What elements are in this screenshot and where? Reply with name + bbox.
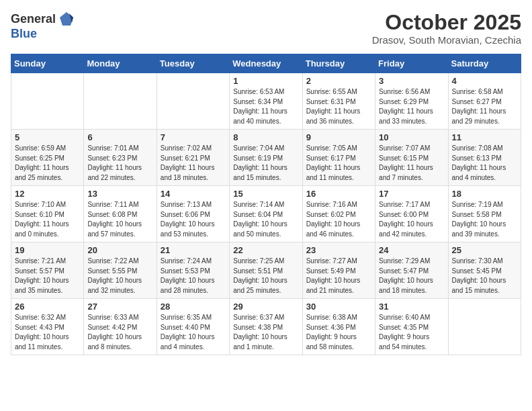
- logo-general: General: [11, 12, 56, 26]
- day-number: 27: [87, 302, 152, 312]
- day-number: 15: [233, 189, 298, 199]
- day-info: Sunrise: 6:58 AM Sunset: 6:27 PM Dayligh…: [452, 87, 517, 126]
- calendar-cell: 1Sunrise: 6:53 AM Sunset: 6:34 PM Daylig…: [230, 73, 302, 130]
- logo-icon: [58, 11, 75, 27]
- day-number: 5: [15, 132, 80, 142]
- logo-blue: Blue: [11, 27, 37, 40]
- calendar-cell: 16Sunrise: 7:16 AM Sunset: 6:02 PM Dayli…: [302, 186, 375, 242]
- day-number: 12: [15, 189, 80, 199]
- calendar-cell: 23Sunrise: 7:27 AM Sunset: 5:49 PM Dayli…: [302, 242, 375, 299]
- month-title: October 2025: [372, 11, 521, 34]
- calendar-cell: 5Sunrise: 6:59 AM Sunset: 6:25 PM Daylig…: [11, 130, 84, 186]
- calendar-cell: 8Sunrise: 7:04 AM Sunset: 6:19 PM Daylig…: [230, 130, 302, 186]
- day-number: 4: [452, 76, 517, 86]
- day-number: 6: [87, 132, 152, 142]
- calendar-cell: 10Sunrise: 7:07 AM Sunset: 6:15 PM Dayli…: [375, 130, 448, 186]
- day-info: Sunrise: 6:35 AM Sunset: 4:40 PM Dayligh…: [161, 313, 226, 352]
- weekday-header-thursday: Thursday: [302, 54, 375, 73]
- day-number: 29: [233, 302, 298, 312]
- day-number: 1: [233, 76, 298, 86]
- weekday-header-monday: Monday: [84, 54, 157, 73]
- day-number: 31: [379, 302, 444, 312]
- calendar-cell: 3Sunrise: 6:56 AM Sunset: 6:29 PM Daylig…: [375, 73, 448, 130]
- calendar-cell: 28Sunrise: 6:35 AM Sunset: 4:40 PM Dayli…: [157, 299, 229, 355]
- day-number: 14: [161, 189, 226, 199]
- day-info: Sunrise: 7:05 AM Sunset: 6:17 PM Dayligh…: [306, 144, 371, 183]
- day-info: Sunrise: 7:07 AM Sunset: 6:15 PM Dayligh…: [379, 144, 444, 183]
- calendar-cell: 15Sunrise: 7:14 AM Sunset: 6:04 PM Dayli…: [230, 186, 302, 242]
- day-number: 20: [87, 245, 152, 255]
- calendar-cell: 17Sunrise: 7:17 AM Sunset: 6:00 PM Dayli…: [375, 186, 448, 242]
- calendar-cell: 7Sunrise: 7:02 AM Sunset: 6:21 PM Daylig…: [157, 130, 229, 186]
- day-info: Sunrise: 7:29 AM Sunset: 5:47 PM Dayligh…: [379, 257, 444, 295]
- day-info: Sunrise: 7:22 AM Sunset: 5:55 PM Dayligh…: [87, 257, 152, 295]
- calendar-cell: [448, 299, 521, 355]
- day-info: Sunrise: 6:38 AM Sunset: 4:36 PM Dayligh…: [306, 313, 371, 352]
- day-info: Sunrise: 6:37 AM Sunset: 4:38 PM Dayligh…: [233, 313, 298, 352]
- week-row-5: 26Sunrise: 6:32 AM Sunset: 4:43 PM Dayli…: [11, 299, 521, 355]
- calendar-cell: 30Sunrise: 6:38 AM Sunset: 4:36 PM Dayli…: [302, 299, 375, 355]
- day-number: 23: [306, 245, 371, 255]
- weekday-header-saturday: Saturday: [448, 54, 521, 73]
- calendar-cell: 25Sunrise: 7:30 AM Sunset: 5:45 PM Dayli…: [448, 242, 521, 299]
- title-area: October 2025 Drasov, South Moravian, Cze…: [372, 11, 521, 46]
- day-info: Sunrise: 7:30 AM Sunset: 5:45 PM Dayligh…: [452, 257, 517, 295]
- day-info: Sunrise: 7:25 AM Sunset: 5:51 PM Dayligh…: [233, 257, 298, 295]
- weekday-header-wednesday: Wednesday: [230, 54, 302, 73]
- weekday-header-sunday: Sunday: [11, 54, 84, 73]
- day-number: 13: [87, 189, 152, 199]
- calendar-cell: 24Sunrise: 7:29 AM Sunset: 5:47 PM Dayli…: [375, 242, 448, 299]
- calendar-cell: 20Sunrise: 7:22 AM Sunset: 5:55 PM Dayli…: [84, 242, 157, 299]
- day-info: Sunrise: 7:02 AM Sunset: 6:21 PM Dayligh…: [161, 144, 226, 183]
- day-info: Sunrise: 7:19 AM Sunset: 5:58 PM Dayligh…: [452, 200, 517, 239]
- day-number: 16: [306, 189, 371, 199]
- day-info: Sunrise: 7:13 AM Sunset: 6:06 PM Dayligh…: [161, 200, 226, 239]
- calendar-cell: 22Sunrise: 7:25 AM Sunset: 5:51 PM Dayli…: [230, 242, 302, 299]
- calendar-cell: [84, 73, 157, 130]
- weekday-header-row: SundayMondayTuesdayWednesdayThursdayFrid…: [11, 54, 521, 73]
- calendar-cell: [157, 73, 229, 130]
- day-info: Sunrise: 7:24 AM Sunset: 5:53 PM Dayligh…: [161, 257, 226, 295]
- calendar-cell: 31Sunrise: 6:40 AM Sunset: 4:35 PM Dayli…: [375, 299, 448, 355]
- weekday-header-tuesday: Tuesday: [157, 54, 229, 73]
- day-number: 11: [452, 132, 517, 142]
- day-info: Sunrise: 6:33 AM Sunset: 4:42 PM Dayligh…: [87, 313, 152, 352]
- weekday-header-friday: Friday: [375, 54, 448, 73]
- day-info: Sunrise: 6:59 AM Sunset: 6:25 PM Dayligh…: [15, 144, 80, 183]
- day-info: Sunrise: 6:32 AM Sunset: 4:43 PM Dayligh…: [15, 313, 80, 352]
- day-number: 8: [233, 132, 298, 142]
- calendar-cell: 26Sunrise: 6:32 AM Sunset: 4:43 PM Dayli…: [11, 299, 84, 355]
- calendar-cell: 19Sunrise: 7:21 AM Sunset: 5:57 PM Dayli…: [11, 242, 84, 299]
- day-info: Sunrise: 7:04 AM Sunset: 6:19 PM Dayligh…: [233, 144, 298, 183]
- day-info: Sunrise: 7:17 AM Sunset: 6:00 PM Dayligh…: [379, 200, 444, 239]
- day-info: Sunrise: 7:14 AM Sunset: 6:04 PM Dayligh…: [233, 200, 298, 239]
- day-info: Sunrise: 7:08 AM Sunset: 6:13 PM Dayligh…: [452, 144, 517, 183]
- calendar-cell: 27Sunrise: 6:33 AM Sunset: 4:42 PM Dayli…: [84, 299, 157, 355]
- calendar-cell: 12Sunrise: 7:10 AM Sunset: 6:10 PM Dayli…: [11, 186, 84, 242]
- day-number: 9: [306, 132, 371, 142]
- day-info: Sunrise: 7:27 AM Sunset: 5:49 PM Dayligh…: [306, 257, 371, 295]
- day-number: 17: [379, 189, 444, 199]
- logo: General Blue: [11, 11, 75, 41]
- calendar-cell: 13Sunrise: 7:11 AM Sunset: 6:08 PM Dayli…: [84, 186, 157, 242]
- calendar-table: SundayMondayTuesdayWednesdayThursdayFrid…: [11, 54, 521, 355]
- day-number: 30: [306, 302, 371, 312]
- day-info: Sunrise: 6:40 AM Sunset: 4:35 PM Dayligh…: [379, 313, 444, 352]
- day-info: Sunrise: 7:11 AM Sunset: 6:08 PM Dayligh…: [87, 200, 152, 239]
- day-number: 3: [379, 76, 444, 86]
- day-info: Sunrise: 7:01 AM Sunset: 6:23 PM Dayligh…: [87, 144, 152, 183]
- day-number: 21: [161, 245, 226, 255]
- week-row-1: 1Sunrise: 6:53 AM Sunset: 6:34 PM Daylig…: [11, 73, 521, 130]
- day-number: 10: [379, 132, 444, 142]
- day-number: 7: [161, 132, 226, 142]
- week-row-3: 12Sunrise: 7:10 AM Sunset: 6:10 PM Dayli…: [11, 186, 521, 242]
- day-info: Sunrise: 7:10 AM Sunset: 6:10 PM Dayligh…: [15, 200, 80, 239]
- day-number: 22: [233, 245, 298, 255]
- day-number: 2: [306, 76, 371, 86]
- calendar-cell: 29Sunrise: 6:37 AM Sunset: 4:38 PM Dayli…: [230, 299, 302, 355]
- calendar-cell: 18Sunrise: 7:19 AM Sunset: 5:58 PM Dayli…: [448, 186, 521, 242]
- calendar-cell: 6Sunrise: 7:01 AM Sunset: 6:23 PM Daylig…: [84, 130, 157, 186]
- calendar-cell: 2Sunrise: 6:55 AM Sunset: 6:31 PM Daylig…: [302, 73, 375, 130]
- calendar-cell: 21Sunrise: 7:24 AM Sunset: 5:53 PM Dayli…: [157, 242, 229, 299]
- logo-text: General Blue: [11, 11, 75, 41]
